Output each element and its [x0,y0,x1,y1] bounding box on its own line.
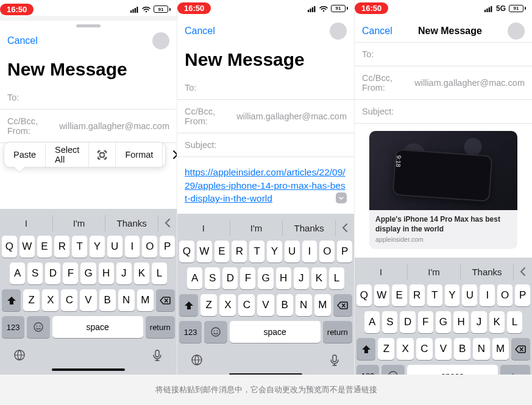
key-space[interactable]: space [52,316,143,338]
key-z[interactable]: Z [200,294,217,316]
to-field[interactable]: To: [355,42,532,66]
suggestion-2[interactable]: I'm [408,264,461,280]
key-emoji[interactable] [27,316,49,338]
key-shift[interactable] [2,289,21,311]
key-e[interactable]: E [215,241,230,262]
key-return[interactable]: return [500,365,530,375]
key-t[interactable]: T [72,236,87,258]
key-g[interactable]: G [258,267,273,289]
key-v[interactable]: V [435,338,452,360]
suggestion-1[interactable]: I [0,215,53,231]
key-backspace[interactable] [333,294,352,316]
compose-body[interactable] [0,143,177,209]
key-s[interactable]: S [382,311,397,333]
key-m[interactable]: M [314,294,331,316]
key-q[interactable]: Q [356,284,372,306]
key-t[interactable]: T [427,284,442,306]
suggestion-2[interactable]: I'm [230,220,283,236]
suggestion-1[interactable]: I [355,264,408,280]
subject-field[interactable]: Subject: [177,133,354,157]
recording-time-pill[interactable]: 16:50 [177,2,211,14]
globe-button[interactable] [13,349,26,361]
to-field[interactable]: To: [177,76,354,100]
key-y[interactable]: Y [90,236,105,258]
key-backspace[interactable] [156,289,175,311]
key-h[interactable]: H [276,267,291,289]
compose-body[interactable]: https://appleinsider.com/articles/22/09/… [177,157,354,214]
link-preview-card[interactable]: Apple's iPhone 14 Pro Max has best displ… [369,131,517,249]
home-indicator[interactable] [229,373,302,375]
key-space[interactable]: space [230,321,321,343]
cancel-button[interactable]: Cancel [185,26,215,37]
key-q[interactable]: Q [179,241,194,262]
key-m[interactable]: M [492,338,509,360]
key-k[interactable]: K [489,311,505,333]
recording-time-pill[interactable]: 16:50 [0,4,34,15]
key-a[interactable]: A [10,262,25,284]
key-emoji[interactable] [381,365,404,375]
key-z[interactable]: Z [23,289,40,311]
collapse-suggestions[interactable] [158,217,177,228]
key-z[interactable]: Z [378,338,394,360]
ccbcc-from-field[interactable]: Cc/Bcc, From: william.gallagher@mac.com [0,110,177,143]
key-l[interactable]: L [329,267,344,289]
key-b[interactable]: B [277,294,293,316]
key-p[interactable]: P [337,241,352,262]
key-shift[interactable] [356,338,375,360]
dictation-button[interactable] [328,354,341,366]
send-button[interactable] [330,23,347,40]
key-b[interactable]: B [454,338,470,360]
key-b[interactable]: B [99,289,116,311]
key-h[interactable]: H [99,262,114,284]
collapse-suggestions[interactable] [336,222,354,233]
key-r[interactable]: R [410,284,425,306]
ccbcc-from-field[interactable]: Cc/Bcc, From: william.gallagher@mac.com [177,100,354,133]
key-space[interactable]: space [407,365,498,375]
subject-field[interactable]: Subject: [355,100,532,124]
key-w[interactable]: W [197,241,212,262]
key-c[interactable]: C [238,294,255,316]
key-v[interactable]: V [257,294,274,316]
key-p[interactable]: P [160,236,175,258]
key-m[interactable]: M [137,289,154,311]
cancel-button[interactable]: Cancel [362,26,392,37]
key-f[interactable]: F [63,262,78,284]
key-l[interactable]: L [152,262,167,284]
key-y[interactable]: Y [445,284,460,306]
key-o[interactable]: O [142,236,157,258]
key-n[interactable]: N [296,294,312,316]
key-return[interactable]: return [146,316,175,338]
collapse-suggestions[interactable] [514,266,532,277]
key-x[interactable]: X [397,338,413,360]
key-y[interactable]: Y [267,241,282,262]
key-r[interactable]: R [232,241,247,262]
key-e[interactable]: E [392,284,407,306]
key-v[interactable]: V [80,289,96,311]
pasted-link[interactable]: https://appleinsider.com/articles/22/09/… [185,167,346,203]
key-t[interactable]: T [249,241,264,262]
key-c[interactable]: C [61,289,77,311]
cancel-button[interactable]: Cancel [7,35,38,46]
suggestion-3[interactable]: Thanks [461,264,514,280]
key-d[interactable]: D [45,262,60,284]
globe-button[interactable] [191,354,203,366]
key-u[interactable]: U [462,284,477,306]
key-r[interactable]: R [54,236,69,258]
suggestion-2[interactable]: I'm [53,215,106,231]
key-x[interactable]: X [42,289,59,311]
key-a[interactable]: A [187,267,202,289]
key-j[interactable]: J [294,267,309,289]
key-x[interactable]: X [219,294,236,316]
key-numeric[interactable]: 123 [179,321,202,343]
to-field[interactable]: To: [0,86,177,110]
key-n[interactable]: N [118,289,135,311]
key-i[interactable]: I [125,236,140,258]
key-emoji[interactable] [204,321,227,343]
send-button[interactable] [152,32,169,49]
key-u[interactable]: U [107,236,122,258]
key-backspace[interactable] [511,338,530,360]
key-i[interactable]: I [480,284,495,306]
link-preview-toggle[interactable] [336,192,347,203]
ccbcc-from-field[interactable]: Cc/Bcc, From: william.gallagher@mac.com [355,66,532,100]
key-e[interactable]: E [37,236,52,258]
